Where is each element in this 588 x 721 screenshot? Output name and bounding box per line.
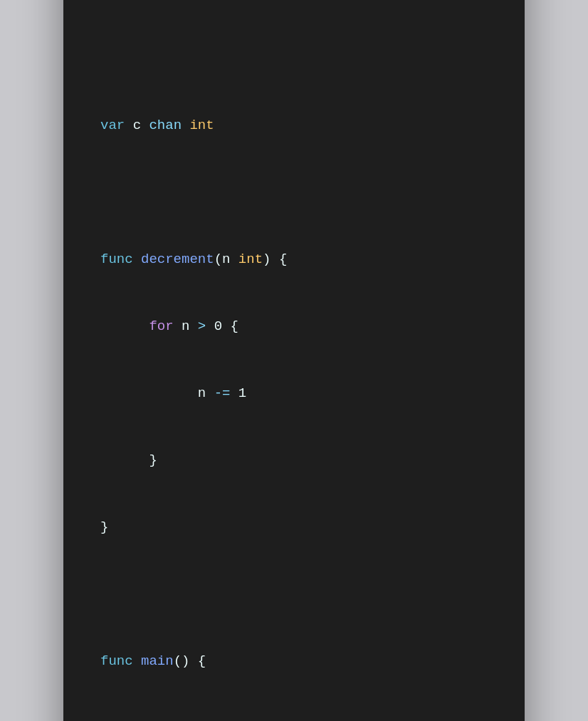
line-start: start := time.Now(): [100, 718, 488, 722]
line-func-main: func main() {: [100, 650, 488, 673]
line-var: var c chan int: [100, 115, 488, 137]
blank-4: [100, 583, 488, 606]
code-window: package main import "fmt" import "time" …: [63, 0, 525, 721]
blank-2: [100, 48, 488, 70]
line-for: for n > 0 {: [100, 316, 488, 338]
line-close-decrement: }: [100, 517, 488, 539]
line-decrement-op: n -= 1: [100, 383, 488, 405]
code-block: package main import "fmt" import "time" …: [100, 0, 488, 721]
line-func-decrement: func decrement(n int) {: [100, 249, 488, 271]
blank-3: [100, 182, 488, 204]
line-close-for: }: [100, 450, 488, 472]
line-import-time: import "time": [100, 0, 488, 4]
